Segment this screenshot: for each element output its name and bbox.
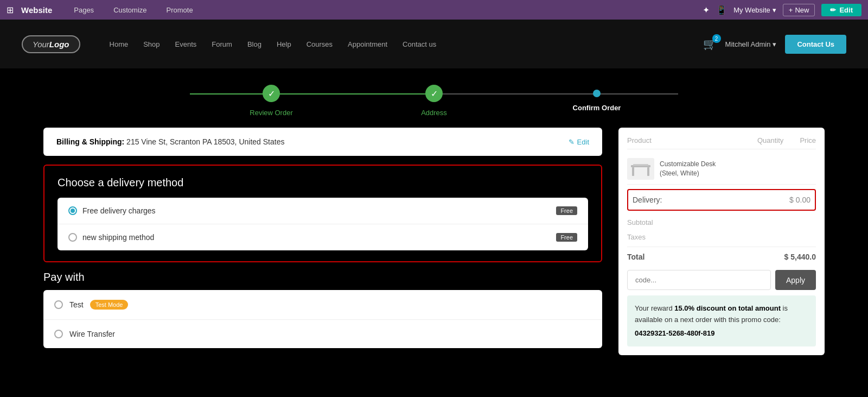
billing-card: Billing & Shipping: 215 Vine St, Scranto… [43,128,602,156]
billing-text: Billing & Shipping: 215 Vine St, Scranto… [56,137,284,146]
billing-label: Billing & Shipping: [56,137,124,146]
step-review-order: ✓ Review Order [190,85,353,117]
nav-contact-us[interactable]: Contact us [395,40,444,48]
pay-wire-label: Wire Transfer [69,330,115,338]
admin-nav-customize[interactable]: Customize [106,0,154,20]
step3-label: Confirm Order [573,104,621,112]
reward-highlight: 15.0% discount on total amount [674,304,781,312]
col-quantity: Quantity [757,136,783,144]
delivery-option-free-label: Free delivery charges [82,206,156,215]
plus-icon: + [789,6,793,14]
logo-your: Your [33,40,49,49]
pencil-icon: ✏ [830,6,836,14]
test-mode-badge: Test Mode [90,300,129,310]
nav-help[interactable]: Help [269,40,299,48]
user-dropdown-icon: ▾ [773,40,776,48]
logo[interactable]: YourLogo [22,35,80,53]
reward-text: Your reward 15.0% discount on total amou… [635,304,788,324]
pay-title: Pay with [43,271,602,283]
order-summary: Product Quantity Price Customizable Desk… [618,128,825,355]
cart-icon[interactable]: 🛒 2 [703,37,717,51]
pay-card: Test Test Mode Wire Transfer [43,290,602,348]
nav-blog[interactable]: Blog [240,40,269,48]
nav-forum[interactable]: Forum [204,40,240,48]
new-button[interactable]: + New [783,4,815,16]
contact-us-button[interactable]: Contact Us [785,35,846,54]
device-icon[interactable]: 📱 [716,5,727,15]
promo-code-text: 04329321-5268-480f-819 [635,328,808,339]
admin-nav-promote[interactable]: Promote [159,0,201,20]
nav-events[interactable]: Events [168,40,205,48]
sparkle-icon[interactable]: ✦ [703,5,710,15]
delivery-cost-label: Delivery: [633,196,662,204]
divider [627,247,816,247]
free-badge-2: Free [556,233,577,242]
svg-rect-2 [647,167,649,176]
step1-label: Review Order [250,109,292,117]
taxes-label: Taxes [627,233,646,241]
pay-option-wire[interactable]: Wire Transfer [43,320,602,348]
order-header: Product Quantity Price [627,136,816,149]
user-menu[interactable]: Mitchell Admin ▾ [725,40,777,48]
radio-wire[interactable] [54,330,63,338]
delivery-option-new[interactable]: new shipping method Free [58,224,588,250]
delivery-cost-row: Delivery: $ 0.00 [627,189,816,211]
delivery-option-new-label: new shipping method [82,233,154,242]
delivery-options: Free delivery charges Free new shipping … [58,198,588,250]
nav-courses[interactable]: Courses [299,40,340,48]
subtotal-row: Subtotal [627,215,816,230]
apply-button[interactable]: Apply [775,270,816,290]
admin-bar: ⊞ Website Pages Customize Promote ✦ 📱 My… [0,0,868,20]
radio-selected[interactable] [68,206,77,215]
step2-circle: ✓ [425,85,443,102]
nav-shop[interactable]: Shop [136,40,167,48]
edit-icon: ✎ [569,138,575,146]
left-column: Billing & Shipping: 215 Vine St, Scranto… [43,128,602,355]
delivery-cost-amount: $ 0.00 [789,196,810,204]
svg-rect-3 [633,164,648,166]
nav-right: 🛒 2 Mitchell Admin ▾ Contact Us [703,35,846,54]
admin-bar-left: ⊞ Website Pages Customize Promote [7,0,703,20]
subtotal-label: Subtotal [627,218,653,226]
my-website-link[interactable]: My Website ▾ [733,6,776,14]
pay-section: Pay with Test Test Mode Wire Transfer [43,271,602,348]
nav-home[interactable]: Home [102,40,136,48]
total-label: Total [627,253,644,261]
taxes-row: Taxes [627,230,816,244]
reward-box: Your reward 15.0% discount on total amou… [627,295,816,346]
step-address: ✓ Address [353,85,515,117]
total-amount: $ 5,440.0 [784,253,816,261]
main-content: Billing & Shipping: 215 Vine St, Scranto… [0,128,868,371]
edit-button[interactable]: ✏ Edit [821,4,861,16]
progress-bar: ✓ Review Order ✓ Address Confirm Order [0,68,868,128]
pay-test-label: Test [69,300,84,309]
product-thumbnail [627,158,654,180]
delivery-section: Choose a delivery method Free delivery c… [43,165,602,262]
delivery-option-free[interactable]: Free delivery charges Free [58,198,588,224]
nav-links: Home Shop Events Forum Blog Help Courses… [102,40,703,48]
svg-rect-1 [632,167,634,176]
product-name: Customizable Desk(Steel, White) [660,160,751,178]
grid-icon[interactable]: ⊞ [7,5,14,15]
website-nav: YourLogo Home Shop Events Forum Blog Hel… [0,20,868,68]
total-row: Total $ 5,440.0 [627,249,816,264]
order-item-row: Customizable Desk(Steel, White) [627,154,816,185]
desk-svg [629,160,653,178]
step1-circle: ✓ [263,85,280,102]
step-confirm-order: Confirm Order [515,90,678,112]
pay-option-test[interactable]: Test Test Mode [43,290,602,320]
admin-bar-right: ✦ 📱 My Website ▾ + New ✏ Edit [703,4,861,16]
product-info: Customizable Desk(Steel, White) [660,160,751,178]
step3-circle [593,90,601,97]
edit-link[interactable]: ✎ Edit [569,138,589,146]
nav-appointment[interactable]: Appointment [340,40,395,48]
col-price: Price [800,136,816,144]
dropdown-icon: ▾ [773,6,776,14]
promo-input[interactable] [627,270,771,290]
radio-test[interactable] [54,300,63,309]
admin-site-title: Website [21,5,52,15]
admin-nav-pages[interactable]: Pages [66,0,101,20]
promo-row: Apply [627,270,816,290]
radio-unselected[interactable] [68,233,77,242]
step2-label: Address [421,109,447,117]
